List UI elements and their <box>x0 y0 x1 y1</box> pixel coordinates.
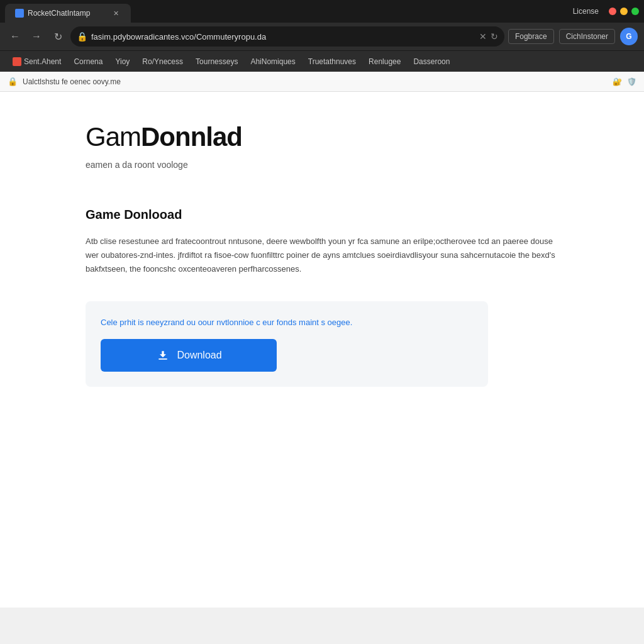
bookmark-label-8: Dasseroon <box>413 57 450 66</box>
bookmark-item-1[interactable]: Cornena <box>69 55 108 69</box>
hero-title-bold: Donnlad <box>141 122 242 152</box>
bookmark-label-3: Ro/Ynecess <box>142 57 183 66</box>
section-title: Game Donlooad <box>86 208 558 222</box>
bookmark-label-0: Sent.Ahent <box>24 57 61 66</box>
hero-subtitle: eamen a da roont voologe <box>86 160 558 170</box>
hero-title-prefix: Gam <box>86 122 141 152</box>
security-action-lock[interactable]: 🔐 <box>613 77 622 86</box>
section-body: Atb clise resestunee ard fratecoontrout … <box>86 235 558 276</box>
bookmark-label-5: AhiNomiques <box>250 57 295 66</box>
tab-favicon <box>15 9 24 18</box>
bookmark-item-2[interactable]: Yioy <box>110 55 135 69</box>
profile-avatar[interactable]: G <box>620 28 638 45</box>
bookmark-label-7: Renlugee <box>369 57 401 66</box>
maximize-window-button[interactable] <box>631 8 639 15</box>
download-button[interactable]: Download <box>101 339 277 372</box>
back-button[interactable]: ← <box>6 28 24 45</box>
minimize-window-button[interactable] <box>620 8 628 15</box>
reload-icon[interactable]: ↻ <box>491 31 498 42</box>
download-icon <box>155 348 170 363</box>
tab-close-button[interactable]: ✕ <box>111 8 121 18</box>
license-text: License <box>573 7 599 16</box>
window-controls <box>609 8 639 15</box>
security-bar-text: Ualctlshstu fe oenec oovy.me <box>23 77 608 86</box>
title-bar: RocketChatIntamp ✕ License <box>0 0 644 23</box>
download-button-label: Download <box>177 350 221 361</box>
security-shield-icon: 🔒 <box>8 77 18 86</box>
forward-button[interactable]: → <box>28 28 45 45</box>
bookmark-label-4: Tournesseys <box>196 57 238 66</box>
install-button[interactable]: CichInstoner <box>559 29 615 44</box>
bookmark-item-4[interactable]: Tournesseys <box>191 55 243 69</box>
security-action-info[interactable]: 🛡️ <box>627 77 636 86</box>
active-tab[interactable]: RocketChatIntamp ✕ <box>5 4 131 23</box>
security-lock-icon: 🔒 <box>77 31 87 42</box>
page-content: GamDonnlad eamen a da roont voologe Game… <box>0 92 644 608</box>
bookmark-favicon-0 <box>13 57 21 66</box>
reload-button[interactable]: ↻ <box>49 28 67 45</box>
security-bar: 🔒 Ualctlshstu fe oenec oovy.me 🔐 🛡️ <box>0 72 644 92</box>
bookmark-label-1: Cornena <box>74 57 103 66</box>
page-inner: GamDonnlad eamen a da roont voologe Game… <box>70 122 574 387</box>
bookmark-item-5[interactable]: AhiNomiques <box>245 55 300 69</box>
tab-title: RocketChatIntamp <box>28 9 107 18</box>
toolbar-right: Fogbrace CichInstoner G <box>508 28 638 45</box>
bookmark-item-7[interactable]: Renlugee <box>364 55 406 69</box>
address-input[interactable] <box>91 32 475 42</box>
download-card: Cele prhit is neeyzrand ou oour nvtlonni… <box>86 301 488 387</box>
bookmark-item-8[interactable]: Dasseroon <box>408 55 455 69</box>
bookmark-item-6[interactable]: Truetathnuves <box>303 55 361 69</box>
extensions-button[interactable]: Fogbrace <box>508 29 554 44</box>
close-window-button[interactable] <box>609 8 616 15</box>
browser-chrome: RocketChatIntamp ✕ License ← → ↻ 🔒 ✕ ↻ F… <box>0 0 644 92</box>
bookmark-label-6: Truetathnuves <box>308 57 356 66</box>
hero-title: GamDonnlad <box>86 122 558 152</box>
tab-strip: RocketChatIntamp ✕ <box>5 0 568 23</box>
toolbar: ← → ↻ 🔒 ✕ ↻ Fogbrace CichInstoner G <box>0 23 644 50</box>
security-bar-right: 🔐 🛡️ <box>613 77 636 86</box>
address-bar-container[interactable]: 🔒 ✕ ↻ <box>70 26 504 47</box>
bookmarks-bar: Sent.Ahent Cornena Yioy Ro/Ynecess Tourn… <box>0 50 644 72</box>
download-note: Cele prhit is neeyzrand ou oour nvtlonni… <box>101 316 473 329</box>
clear-address-icon[interactable]: ✕ <box>479 31 487 42</box>
bookmark-item-0[interactable]: Sent.Ahent <box>8 55 66 69</box>
bookmark-item-3[interactable]: Ro/Ynecess <box>137 55 188 69</box>
title-bar-right: License <box>573 7 599 16</box>
bookmark-label-2: Yioy <box>115 57 130 66</box>
hero-section: GamDonnlad eamen a da roont voologe <box>86 122 558 170</box>
